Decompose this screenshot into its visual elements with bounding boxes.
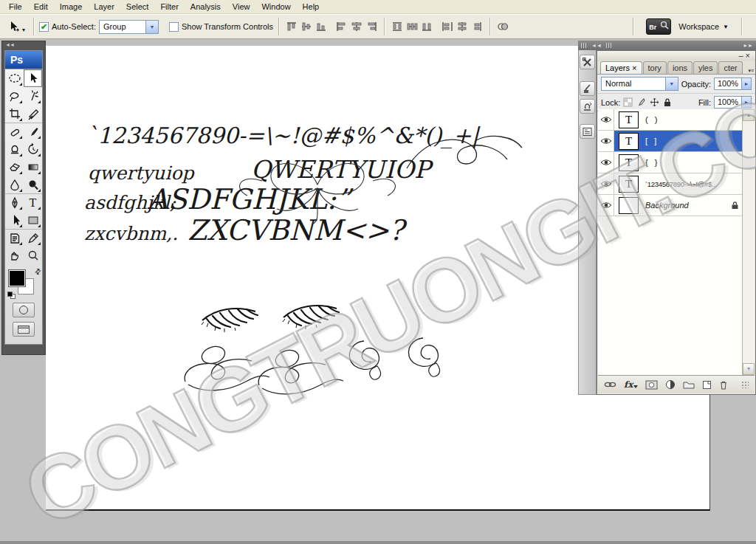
layer-row-background[interactable]: Background	[598, 195, 755, 216]
link-layers-button[interactable]	[604, 380, 616, 389]
layers-scrollbar[interactable]: ▴ ▾	[742, 109, 755, 375]
panel-resize-grip[interactable]	[741, 381, 749, 388]
layer-row-brace[interactable]: T { }	[598, 152, 755, 173]
blend-mode-dropdown[interactable]: Normal ▼	[601, 77, 678, 91]
notes-tool[interactable]	[5, 229, 24, 247]
eraser-tool[interactable]	[5, 158, 24, 176]
tab-character[interactable]: cter	[718, 61, 742, 74]
panel-close-button[interactable]: ×	[746, 51, 752, 60]
dropdown-arrow-icon[interactable]: ▼	[665, 78, 678, 90]
tab-close-icon[interactable]: ×	[632, 63, 636, 72]
dodge-tool[interactable]	[24, 176, 42, 193]
menu-filter[interactable]: Filter	[154, 1, 184, 13]
quick-mask-button[interactable]	[13, 303, 35, 317]
type-tool[interactable]: T	[24, 193, 42, 211]
distribute-bottom-edges-button[interactable]	[419, 20, 434, 34]
dock-collapse-right-chevrons[interactable]: ►►	[743, 43, 753, 48]
tab-actions[interactable]: ions	[667, 61, 693, 74]
menu-edit[interactable]: Edit	[28, 1, 54, 13]
show-transform-checkbox[interactable]	[169, 22, 179, 32]
menu-help[interactable]: Help	[297, 1, 326, 13]
distribute-right-edges-button[interactable]	[470, 20, 484, 34]
swap-colors-icon[interactable]: ⇄	[32, 266, 43, 277]
layer-row-paren[interactable]: T ( )	[598, 109, 755, 131]
menu-layer[interactable]: Layer	[88, 1, 120, 13]
color-panel-button[interactable]	[580, 81, 595, 96]
layer-thumbnail[interactable]	[619, 197, 639, 214]
layer-thumbnail[interactable]: T	[619, 154, 639, 171]
panel-minimize-button[interactable]: –	[738, 51, 745, 60]
zoom-tool[interactable]	[24, 247, 42, 264]
align-horizontal-centers-button[interactable]	[349, 20, 364, 34]
menu-window[interactable]: Window	[255, 1, 296, 13]
scroll-down-button[interactable]: ▾	[743, 363, 755, 375]
dropdown-arrow-icon[interactable]: ▼	[145, 21, 158, 33]
go-to-bridge-button[interactable]: Br	[646, 18, 671, 35]
auto-align-layers-button[interactable]	[495, 20, 510, 34]
align-bottom-edges-button[interactable]	[314, 20, 329, 34]
scroll-up-button[interactable]: ▴	[743, 109, 755, 121]
lasso-tool[interactable]	[5, 87, 24, 105]
distribute-horizontal-centers-button[interactable]	[455, 20, 470, 34]
menu-analysis[interactable]: Analysis	[185, 1, 227, 13]
align-top-edges-button[interactable]	[284, 20, 299, 34]
new-layer-button[interactable]	[702, 380, 712, 390]
lock-pixels-icon[interactable]	[636, 97, 646, 107]
adjustment-layer-button[interactable]	[665, 379, 676, 390]
distribute-vertical-centers-button[interactable]	[405, 20, 419, 34]
delete-layer-button[interactable]	[719, 380, 728, 390]
healing-brush-tool[interactable]	[5, 123, 24, 140]
history-brush-tool[interactable]	[24, 140, 42, 158]
move-tool[interactable]	[24, 69, 42, 87]
hand-tool[interactable]	[5, 247, 24, 264]
tooldock-collapse-chevrons[interactable]: ◄◄	[2, 41, 45, 50]
new-group-button[interactable]	[683, 380, 695, 389]
slice-tool[interactable]	[24, 105, 42, 123]
workspace-dropdown[interactable]: Workspace ▼	[678, 22, 729, 31]
layer-thumbnail[interactable]: T	[619, 111, 639, 128]
eyedropper-tool[interactable]	[24, 229, 42, 247]
layer-thumbnail[interactable]: T	[619, 133, 639, 150]
auto-select-dropdown[interactable]: Group ▼	[99, 20, 159, 34]
add-layer-mask-button[interactable]	[645, 380, 658, 390]
foreground-color-swatch[interactable]	[9, 270, 25, 286]
lock-all-icon[interactable]	[663, 97, 672, 107]
visibility-toggle[interactable]	[598, 173, 614, 194]
pen-tool[interactable]	[5, 193, 24, 211]
lock-transparency-icon[interactable]	[623, 97, 633, 107]
lock-position-icon[interactable]	[650, 97, 659, 107]
fill-spinner-icon[interactable]: ▸	[741, 97, 751, 108]
default-colors-icon[interactable]	[7, 292, 16, 300]
tab-layers[interactable]: Layers ×	[600, 61, 642, 74]
opacity-field[interactable]: 100% ▸	[714, 78, 752, 90]
visibility-toggle[interactable]	[598, 109, 614, 130]
tab-history[interactable]: tory	[643, 61, 667, 74]
screen-mode-button[interactable]	[13, 322, 35, 337]
crop-tool[interactable]	[5, 105, 24, 123]
visibility-toggle[interactable]	[598, 152, 614, 173]
layer-row-bracket-selected[interactable]: T [ ]	[598, 131, 755, 152]
elliptical-marquee-tool[interactable]	[5, 69, 24, 87]
align-vertical-centers-button[interactable]	[299, 20, 314, 34]
visibility-toggle[interactable]	[598, 131, 614, 151]
layer-thumbnail[interactable]: T	[619, 176, 639, 193]
tab-styles[interactable]: yles	[693, 61, 718, 74]
gradient-tool[interactable]	[24, 158, 42, 176]
visibility-toggle[interactable]	[598, 195, 614, 216]
opacity-spinner-icon[interactable]: ▸	[741, 78, 751, 89]
fill-field[interactable]: 100% ▸	[714, 96, 752, 109]
align-right-edges-button[interactable]	[364, 20, 379, 34]
info-panel-button[interactable]	[580, 124, 595, 139]
layer-style-button[interactable]: fx	[624, 379, 638, 390]
distribute-top-edges-button[interactable]	[390, 20, 405, 34]
panel-menu-icon[interactable]: ▾≡	[748, 69, 754, 73]
menu-image[interactable]: Image	[54, 1, 89, 13]
distribute-left-edges-button[interactable]	[440, 20, 455, 34]
menu-view[interactable]: View	[227, 1, 256, 13]
brush-tool[interactable]	[24, 123, 42, 140]
layer-row-numbers[interactable]: T `1234567890-=\~!@#$...	[598, 173, 755, 195]
magic-wand-tool[interactable]	[24, 87, 42, 105]
clone-source-panel-button[interactable]	[580, 99, 595, 114]
tools-panel-button[interactable]	[580, 55, 595, 69]
dock-collapse-left-chevrons[interactable]: ◄◄	[591, 43, 602, 48]
